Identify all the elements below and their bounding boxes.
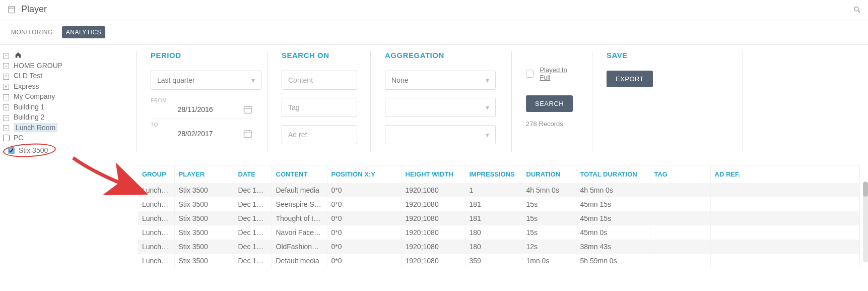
th-date[interactable]: DATE [234,165,272,183]
cell-tdur: 5h 59mn 0s [576,254,650,268]
th-player[interactable]: PLAYER [174,165,234,183]
cell-dur: 4h 5mn 0s [522,183,576,197]
export-button[interactable]: EXPORT [607,71,653,87]
cell-dur: 1mn 0s [522,254,576,268]
global-search-icon[interactable] [853,6,861,14]
th-content[interactable]: CONTENT [272,165,327,183]
cell-date: Dec 13 20.. [234,183,272,197]
from-label: FROM [151,98,253,103]
cell-dur: 15s [522,225,576,240]
panel-search-action: Played In Full SEARCH 278 Records [511,51,592,152]
cell-adref [710,254,860,268]
table-row[interactable]: Lunch Roo..Stix 3500Dec 13 20..Navori Fa… [138,225,860,240]
table-row[interactable]: Lunch Roo..Stix 3500Dec 13 20..Thought o… [138,211,860,225]
plus-icon[interactable]: + [3,104,9,110]
th-tag[interactable]: TAG [650,165,710,183]
cell-hw: 1920;1080 [401,197,465,211]
panel-period-title: PERIOD [151,51,253,60]
th-pos[interactable]: POSITION X:Y [327,165,401,183]
panel-aggregation: AGGREGATION None ▾ ▾ ▾ [370,51,511,152]
player-icon [7,5,16,14]
tree-stix-3500[interactable]: Stix 3500 [19,146,48,154]
chevron-down-icon: ▾ [486,76,489,84]
th-dur[interactable]: DURATION [522,165,576,183]
minus-icon[interactable]: − [3,53,9,59]
cell-date: Dec 13 20.. [234,197,272,211]
cell-adref [710,225,860,240]
table-row[interactable]: Lunch Roo..Stix 3500Dec 13 20..OldFashio… [138,240,860,254]
search-tag-input[interactable]: Tag [282,98,357,117]
cell-hw: 1920;1080 [401,240,465,254]
aggregation-dropdown-2[interactable]: ▾ [385,98,496,117]
tree-express[interactable]: Express [14,82,39,90]
tabbar: MONITORING ANALYTICS [0,21,868,45]
calendar-icon[interactable] [243,129,253,143]
th-tdur[interactable]: TOTAL DURATION [576,165,650,183]
search-button[interactable]: SEARCH [526,95,573,112]
tag-placeholder: Tag [288,103,300,111]
cell-tdur: 45mn 0s [576,225,650,240]
minus-icon[interactable]: − [3,94,9,100]
tree-my-company[interactable]: My Company [14,92,55,100]
panel-save-title: SAVE [607,51,728,60]
panel-save: SAVE EXPORT [592,51,743,152]
tree-lunch-room[interactable]: Lunch Room [14,123,57,132]
cell-player: Stix 3500 [174,225,234,240]
cell-tag [650,183,710,197]
records-count: 278 Records [526,120,578,128]
th-imp[interactable]: IMPRESSIONS [465,165,522,183]
tree-cld-test[interactable]: CLD Test [14,72,42,80]
cell-date: Dec 13 20.. [234,211,272,225]
from-date-input[interactable]: 28/11/2016 [151,104,253,119]
cell-group: Lunch Roo.. [138,197,174,211]
svg-line-3 [858,11,860,13]
cell-hw: 1920;1080 [401,254,465,268]
content-placeholder: Content [288,76,313,84]
main: − − HOME GROUP + CLD Test + Express [0,45,868,163]
cell-pos: 0*0 [327,211,401,225]
cell-tdur: 38mn 43s [576,240,650,254]
to-date-input[interactable]: 28/02/2017 [151,129,253,143]
calendar-icon[interactable] [243,104,253,119]
cell-tag [650,197,710,211]
tree-checkbox-pc[interactable] [3,135,10,141]
tree-building-1[interactable]: Building 1 [14,103,45,111]
plus-icon[interactable]: + [3,84,9,90]
cell-group: Lunch Roo.. [138,183,174,197]
aggregation-value: None [391,76,408,84]
th-adref[interactable]: AD REF. [710,165,860,183]
aggregation-dropdown-1[interactable]: None ▾ [385,71,496,90]
vertical-scrollbar[interactable] [863,182,868,262]
minus-icon[interactable]: − [3,125,9,131]
tree-home-group[interactable]: HOME GROUP [14,62,62,70]
cell-dur: 12s [522,240,576,254]
to-label: TO [151,122,253,128]
played-in-full-label[interactable]: Played In Full [540,66,578,81]
cell-pos: 0*0 [327,254,401,268]
played-in-full-checkbox[interactable] [526,70,533,78]
cell-date: Dec 13 20.. [234,225,272,240]
svg-rect-0 [9,6,15,13]
search-adref-input[interactable]: Ad ref. [282,125,357,144]
plus-icon[interactable]: + [3,74,9,80]
panel-search-on: SEARCH ON Content Tag Ad ref. [267,51,370,152]
tab-analytics[interactable]: ANALYTICS [62,26,105,38]
scrollbar-thumb[interactable] [863,182,868,197]
table-row[interactable]: Lunch Roo..Stix 3500Dec 13 20..Default m… [138,254,860,268]
tree-pc[interactable]: PC [14,134,23,142]
cell-imp: 181 [465,211,522,225]
tree-checkbox-stix[interactable] [8,147,15,154]
table-row[interactable]: Lunch Roo..Stix 3500Dec 13 20..Seenspire… [138,197,860,211]
tab-monitoring[interactable]: MONITORING [7,26,57,38]
period-preset-dropdown[interactable]: Last quarter ▾ [151,71,261,90]
th-group[interactable]: GROUP [138,165,174,183]
chevron-down-icon: ▾ [486,131,489,139]
table-row[interactable]: Lunch Roo..Stix 3500Dec 13 20..Default m… [138,183,860,197]
panel-aggregation-title: AGGREGATION [385,51,497,60]
minus-icon[interactable]: − [3,115,9,121]
search-content-input[interactable]: Content [282,71,357,90]
th-hw[interactable]: HEIGHT WIDTH [401,165,465,183]
aggregation-dropdown-3[interactable]: ▾ [385,125,496,144]
tree-building-2[interactable]: Building 2 [14,113,45,121]
minus-icon[interactable]: − [3,63,9,69]
